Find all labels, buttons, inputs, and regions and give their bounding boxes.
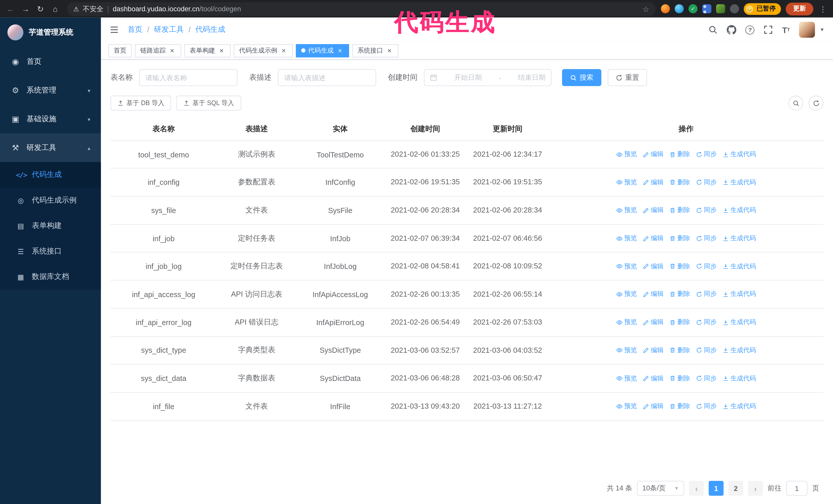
delete-link[interactable]: 删除 <box>669 150 690 159</box>
edit-link[interactable]: 编辑 <box>643 402 664 411</box>
sidebar-item-system[interactable]: ⚙ 系统管理 ▾ <box>0 76 101 104</box>
sidebar-item-home[interactable]: ◉ 首页 <box>0 47 101 76</box>
generate-code-link[interactable]: 生成代码 <box>722 402 756 411</box>
extension-icon[interactable]: ☻☻ <box>702 4 711 13</box>
edit-link[interactable]: 编辑 <box>643 318 664 327</box>
generate-code-link[interactable]: 生成代码 <box>722 206 756 215</box>
collapse-sidebar-icon[interactable] <box>110 25 119 34</box>
preview-link[interactable]: 预览 <box>616 346 637 355</box>
font-size-icon[interactable]: TT <box>782 26 790 34</box>
table-desc-input[interactable] <box>278 69 376 86</box>
edit-link[interactable]: 编辑 <box>643 262 664 271</box>
delete-link[interactable]: 删除 <box>669 374 690 383</box>
page-button-2[interactable]: 2 <box>729 481 743 496</box>
close-icon[interactable]: × <box>168 47 176 54</box>
user-avatar[interactable] <box>799 22 815 38</box>
generate-code-link[interactable]: 生成代码 <box>722 150 756 159</box>
sidebar-item-codegen[interactable]: </> 代码生成 <box>0 162 101 187</box>
sync-link[interactable]: 同步 <box>696 206 717 215</box>
close-icon[interactable]: × <box>336 47 344 54</box>
date-range-picker[interactable]: 开始日期 - 结束日期 <box>424 69 551 86</box>
extension-icon[interactable] <box>730 4 739 13</box>
preview-link[interactable]: 预览 <box>616 178 637 187</box>
generate-code-link[interactable]: 生成代码 <box>722 318 756 327</box>
sync-link[interactable]: 同步 <box>696 178 717 187</box>
edit-link[interactable]: 编辑 <box>643 234 664 243</box>
edit-link[interactable]: 编辑 <box>643 178 664 187</box>
tab-codegen-example[interactable]: 代码生成示例× <box>234 44 293 57</box>
browser-update-button[interactable]: 更新 <box>786 2 813 15</box>
tab-tracing[interactable]: 链路追踪× <box>135 44 181 57</box>
edit-link[interactable]: 编辑 <box>643 346 664 355</box>
extension-icon[interactable] <box>716 4 725 13</box>
import-db-button[interactable]: 基于 DB 导入 <box>111 96 171 111</box>
preview-link[interactable]: 预览 <box>616 150 637 159</box>
tab-form-builder[interactable]: 表单构建× <box>184 44 231 57</box>
search-icon[interactable] <box>709 25 718 34</box>
breadcrumb-codegen[interactable]: 代码生成 <box>195 25 225 34</box>
generate-code-link[interactable]: 生成代码 <box>722 290 756 299</box>
sidebar-item-infra[interactable]: ▣ 基础设施 ▾ <box>0 104 101 133</box>
preview-link[interactable]: 预览 <box>616 206 637 215</box>
tab-codegen[interactable]: 代码生成× <box>296 44 349 57</box>
sync-link[interactable]: 同步 <box>696 374 717 383</box>
app-logo[interactable]: 芋道管理系统 <box>0 18 101 47</box>
close-icon[interactable]: × <box>218 47 225 54</box>
refresh-list-button[interactable] <box>809 96 824 111</box>
sync-link[interactable]: 同步 <box>696 234 717 243</box>
generate-code-link[interactable]: 生成代码 <box>722 374 756 383</box>
paused-badge[interactable]: ◡已暂停 <box>744 3 781 15</box>
generate-code-link[interactable]: 生成代码 <box>722 262 756 271</box>
preview-link[interactable]: 预览 <box>616 290 637 299</box>
edit-link[interactable]: 编辑 <box>643 206 664 215</box>
sync-link[interactable]: 同步 <box>696 150 717 159</box>
prev-page-button[interactable]: ‹ <box>689 481 704 496</box>
edit-link[interactable]: 编辑 <box>643 374 664 383</box>
browser-home-icon[interactable]: ⌂ <box>49 2 62 15</box>
sidebar-item-codegen-example[interactable]: ◎ 代码生成示例 <box>0 188 101 213</box>
generate-code-link[interactable]: 生成代码 <box>722 234 756 243</box>
github-icon[interactable] <box>727 25 736 34</box>
import-sql-button[interactable]: 基于 SQL 导入 <box>176 96 241 111</box>
sync-link[interactable]: 同步 <box>696 402 717 411</box>
search-button[interactable]: 搜索 <box>562 69 601 86</box>
bookmark-star-icon[interactable]: ☆ <box>643 5 649 13</box>
preview-link[interactable]: 预览 <box>616 234 637 243</box>
edit-link[interactable]: 编辑 <box>643 150 664 159</box>
delete-link[interactable]: 删除 <box>669 206 690 215</box>
sidebar-item-form-builder[interactable]: ▤ 表单构建 <box>0 213 101 238</box>
delete-link[interactable]: 删除 <box>669 262 690 271</box>
preview-link[interactable]: 预览 <box>616 318 637 327</box>
edit-link[interactable]: 编辑 <box>643 290 664 299</box>
delete-link[interactable]: 删除 <box>669 290 690 299</box>
goto-page-input[interactable] <box>786 481 808 496</box>
sync-link[interactable]: 同步 <box>696 290 717 299</box>
table-name-input[interactable] <box>139 69 237 86</box>
avatar-caret-icon[interactable]: ▼ <box>820 27 824 32</box>
help-icon[interactable]: ? <box>745 25 755 34</box>
preview-link[interactable]: 预览 <box>616 262 637 271</box>
generate-code-link[interactable]: 生成代码 <box>722 178 756 187</box>
close-icon[interactable]: × <box>386 47 393 54</box>
fullscreen-icon[interactable] <box>764 25 773 34</box>
delete-link[interactable]: 删除 <box>669 318 690 327</box>
breadcrumb-home[interactable]: 首页 <box>127 25 142 34</box>
preview-link[interactable]: 预览 <box>616 374 637 383</box>
next-page-button[interactable]: › <box>748 481 763 496</box>
tab-home[interactable]: 首页 <box>109 44 132 57</box>
delete-link[interactable]: 删除 <box>669 178 690 187</box>
browser-forward-icon[interactable]: → <box>19 2 32 15</box>
toggle-search-button[interactable] <box>788 96 803 111</box>
sidebar-item-devtools[interactable]: ⚒ 研发工具 ▴ <box>0 133 101 162</box>
reset-button[interactable]: 重置 <box>608 69 647 86</box>
sidebar-item-api[interactable]: ☰ 系统接口 <box>0 239 101 264</box>
preview-link[interactable]: 预览 <box>616 402 637 411</box>
page-size-select[interactable]: 10条/页 ▼ <box>637 481 684 496</box>
breadcrumb-devtools[interactable]: 研发工具 <box>154 25 184 34</box>
delete-link[interactable]: 删除 <box>669 402 690 411</box>
extension-icon[interactable] <box>674 4 684 13</box>
browser-refresh-icon[interactable]: ↻ <box>34 2 47 15</box>
extension-icon[interactable] <box>661 4 670 13</box>
delete-link[interactable]: 删除 <box>669 234 690 243</box>
browser-menu-icon[interactable]: ⋮ <box>818 5 828 13</box>
